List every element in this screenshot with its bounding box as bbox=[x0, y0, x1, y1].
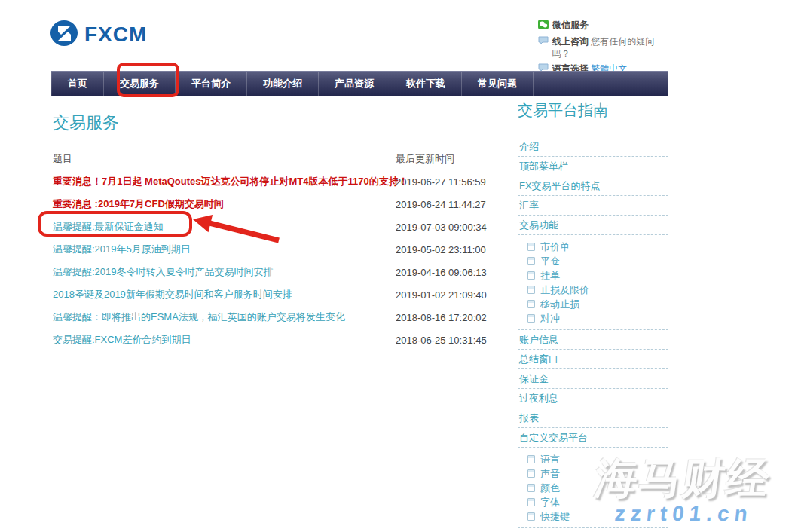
news-link-margin-notice[interactable]: 温馨提醒:最新保证金通知 bbox=[53, 220, 164, 234]
column-header-title: 题目 bbox=[53, 153, 72, 164]
sidebar-item-overnight-interest[interactable]: 过夜利息 bbox=[518, 389, 668, 408]
sidebar-subitem-close-position[interactable]: 平仓 bbox=[518, 254, 668, 268]
news-date: 2019-06-24 11:44:27 bbox=[396, 199, 486, 210]
wechat-service-label: 微信服务 bbox=[552, 19, 589, 31]
document-icon bbox=[527, 484, 535, 492]
news-date: 2019-04-16 09:06:13 bbox=[396, 267, 487, 278]
news-list: 重要消息！7月1日起 MetaQoutes迈达克公司将停止对MT4版本低于117… bbox=[53, 170, 505, 351]
fxcm-logo[interactable]: FXCM bbox=[50, 20, 147, 50]
sidebar-item-fx-platform-features[interactable]: FX交易平台的特点 bbox=[518, 176, 668, 196]
news-date: 2018-06-25 10:31:45 bbox=[396, 335, 487, 346]
sidebar-subitem-market-order[interactable]: 市价单 bbox=[518, 240, 668, 254]
subitem-label: 快捷键 bbox=[540, 510, 570, 524]
news-link[interactable]: 温馨提醒:2019年5月原油到期日 bbox=[53, 243, 191, 256]
sidebar-item-news-charts[interactable]: 新闻&图表 bbox=[518, 528, 668, 532]
main-content: 交易服务 题目 最后更新时间 重要消息！7月1日起 MetaQoutes迈达克公… bbox=[53, 113, 505, 351]
table-row: 重要消息！7月1日起 MetaQoutes迈达克公司将停止对MT4版本低于117… bbox=[53, 170, 505, 193]
news-date: 2019-06-27 11:56:59 bbox=[396, 176, 486, 188]
subitem-label: 字体 bbox=[540, 496, 560, 509]
sidebar-subitem-pending-order[interactable]: 挂单 bbox=[518, 268, 668, 283]
news-link[interactable]: 温馨提醒:2019冬令时转入夏令时产品交易时间安排 bbox=[53, 265, 274, 279]
sidebar-item-trading-functions[interactable]: 交易功能 bbox=[518, 216, 668, 235]
sidebar-item-rates[interactable]: 汇率 bbox=[518, 196, 668, 216]
subitem-label: 声音 bbox=[540, 467, 560, 481]
table-row-margin-notice: 温馨提醒:最新保证金通知 2019-07-03 09:00:34 bbox=[53, 216, 505, 238]
fxcm-logo-text: FXCM bbox=[84, 23, 147, 47]
document-icon bbox=[527, 286, 535, 294]
sidebar-group-trading-functions: 市价单 平仓 挂单 止损及限价 移动止损 对冲 bbox=[518, 235, 668, 330]
news-link[interactable]: 2018圣诞及2019新年假期交易时间和客户服务时间安排 bbox=[53, 288, 292, 301]
news-link[interactable]: 重要消息！7月1日起 MetaQoutes迈达克公司将停止对MT4版本低于117… bbox=[53, 175, 408, 188]
subitem-label: 止损及限价 bbox=[540, 283, 589, 297]
subitem-label: 市价单 bbox=[540, 240, 570, 254]
table-row: 温馨提醒：即将推出的ESMA法规，福汇英国的账户交易将发生变化 2018-08-… bbox=[53, 306, 505, 329]
fxcm-logo-mark-icon bbox=[50, 20, 80, 50]
nav-item-software-download[interactable]: 软件下载 bbox=[390, 72, 462, 96]
document-icon bbox=[527, 498, 535, 506]
chat-bubble-icon bbox=[538, 36, 549, 48]
subitem-label: 移动止损 bbox=[540, 298, 579, 311]
news-link[interactable]: 重要消息 :2019年7月CFD假期交易时间 bbox=[53, 197, 224, 211]
sidebar-subitem-stop-limit[interactable]: 止损及限价 bbox=[518, 283, 668, 297]
nav-item-trading-services[interactable]: 交易服务 bbox=[104, 72, 176, 96]
nav-item-platform-intro[interactable]: 平台简介 bbox=[176, 72, 247, 96]
wechat-icon bbox=[538, 20, 549, 32]
nav-item-product-resources[interactable]: 产品资源 bbox=[319, 72, 390, 96]
news-date: 2019-07-03 09:00:34 bbox=[396, 222, 487, 233]
news-link[interactable]: 交易提醒:FXCM差价合约到期日 bbox=[53, 333, 191, 347]
watermark-url: zzrt01.cn bbox=[613, 502, 754, 526]
table-row: 温馨提醒:2019冬令时转入夏令时产品交易时间安排 2019-04-16 09:… bbox=[53, 261, 505, 283]
main-nav: 首页 交易服务 平台简介 功能介绍 产品资源 软件下载 常见问题 bbox=[51, 71, 668, 96]
table-row: 交易提醒:FXCM差价合约到期日 2018-06-25 10:31:45 bbox=[53, 329, 505, 351]
header-quick-links: 微信服务 线上咨询 您有任何的疑问吗？ 语言选择 繁體中文 bbox=[538, 19, 666, 78]
sidebar-subitem-hedging[interactable]: 对冲 bbox=[518, 311, 668, 326]
document-icon bbox=[527, 271, 535, 280]
sidebar-item-summary-window[interactable]: 总结窗口 bbox=[518, 350, 668, 369]
page-title: 交易服务 bbox=[53, 113, 505, 133]
sidebar-title: 交易平台指南 bbox=[518, 100, 668, 121]
nav-item-features[interactable]: 功能介绍 bbox=[247, 72, 319, 96]
sidebar-subitem-trailing-stop[interactable]: 移动止损 bbox=[518, 297, 668, 311]
sidebar-item-margin[interactable]: 保证金 bbox=[518, 369, 668, 389]
nav-item-faq[interactable]: 常见问题 bbox=[462, 72, 534, 96]
table-row: 2018圣诞及2019新年假期交易时间和客户服务时间安排 2019-01-02 … bbox=[53, 283, 505, 306]
subitem-label: 挂单 bbox=[540, 269, 560, 283]
document-icon bbox=[527, 455, 535, 463]
nav-item-home[interactable]: 首页 bbox=[51, 72, 104, 96]
sidebar-item-reports[interactable]: 报表 bbox=[518, 408, 668, 428]
sidebar-item-account-info[interactable]: 账户信息 bbox=[518, 330, 668, 350]
subitem-label: 对冲 bbox=[540, 312, 560, 326]
news-date: 2018-08-16 17:20:02 bbox=[396, 312, 487, 323]
table-row: 温馨提醒:2019年5月原油到期日 2019-05-02 23:11:00 bbox=[53, 238, 505, 261]
column-header-updated: 最后更新时间 bbox=[396, 152, 454, 166]
page: FXCM 微信服务 线上咨询 您有任何的疑问吗？ bbox=[0, 0, 795, 532]
sidebar-item-top-menu[interactable]: 顶部菜单栏 bbox=[518, 157, 668, 176]
online-chat-text: 线上咨询 您有任何的疑问吗？ bbox=[552, 35, 666, 60]
document-icon bbox=[527, 243, 535, 251]
news-date: 2019-01-02 21:09:40 bbox=[396, 289, 487, 301]
subitem-label: 语言 bbox=[540, 453, 560, 466]
sidebar-divider bbox=[512, 98, 512, 532]
online-chat-label: 线上咨询 bbox=[552, 36, 589, 47]
news-link[interactable]: 温馨提醒：即将推出的ESMA法规，福汇英国的账户交易将发生变化 bbox=[53, 310, 345, 324]
document-icon bbox=[527, 300, 535, 308]
watermark-brand: 海马财经 bbox=[592, 451, 775, 508]
sidebar-item-customize-platform[interactable]: 自定义交易平台 bbox=[518, 428, 668, 448]
subitem-label: 颜色 bbox=[540, 482, 560, 495]
sidebar-item-intro[interactable]: 介绍 bbox=[518, 137, 668, 157]
document-icon bbox=[527, 469, 535, 478]
document-icon bbox=[527, 257, 535, 265]
news-date: 2019-05-02 23:11:00 bbox=[396, 244, 486, 255]
document-icon bbox=[527, 512, 535, 521]
subitem-label: 平仓 bbox=[540, 255, 560, 268]
table-row: 重要消息 :2019年7月CFD假期交易时间 2019-06-24 11:44:… bbox=[53, 193, 505, 216]
wechat-service-link[interactable]: 微信服务 bbox=[538, 19, 666, 32]
online-chat-link[interactable]: 线上咨询 您有任何的疑问吗？ bbox=[538, 35, 666, 60]
table-header: 题目 最后更新时间 bbox=[53, 152, 505, 164]
document-icon bbox=[527, 314, 535, 323]
